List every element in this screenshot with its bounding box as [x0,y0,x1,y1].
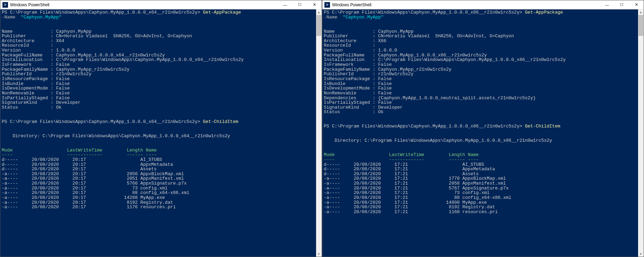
scroll-down-icon[interactable]: ▼ [638,251,644,257]
scrollbar[interactable]: ▲ ▼ [638,9,644,257]
scroll-up-icon[interactable]: ▲ [638,9,644,15]
maximize-button[interactable]: ☐ [614,0,629,9]
powershell-window-right: > Windows PowerShell — ☐ ✕ PS C:\Program… [322,0,644,257]
terminal-output[interactable]: PS C:\Program Files\WindowsApps\Caphyon.… [322,9,638,257]
scroll-up-icon[interactable]: ▲ [316,9,322,15]
window-title: Windows PowerShell [332,2,600,7]
terminal-output[interactable]: PS C:\Program Files\WindowsApps\Caphyon.… [0,9,316,257]
powershell-icon: > [324,2,330,8]
minimize-button[interactable]: — [278,0,292,9]
close-button[interactable]: ✕ [629,0,644,9]
maximize-button[interactable]: ☐ [292,0,307,9]
scroll-thumb[interactable] [316,15,321,36]
minimize-button[interactable]: — [600,0,614,9]
scroll-track[interactable] [316,15,322,251]
window-title: Windows PowerShell [10,2,278,7]
scrollbar[interactable]: ▲ ▼ [316,9,322,257]
titlebar[interactable]: > Windows PowerShell — ☐ ✕ [322,0,644,9]
scroll-thumb[interactable] [638,15,643,36]
scroll-down-icon[interactable]: ▼ [316,251,322,257]
close-button[interactable]: ✕ [307,0,322,9]
window-controls: — ☐ ✕ [278,0,322,9]
titlebar[interactable]: > Windows PowerShell — ☐ ✕ [0,0,322,9]
window-controls: — ☐ ✕ [600,0,644,9]
scroll-track[interactable] [638,15,644,251]
powershell-window-left: > Windows PowerShell — ☐ ✕ PS C:\Program… [0,0,322,257]
powershell-icon: > [2,2,8,8]
